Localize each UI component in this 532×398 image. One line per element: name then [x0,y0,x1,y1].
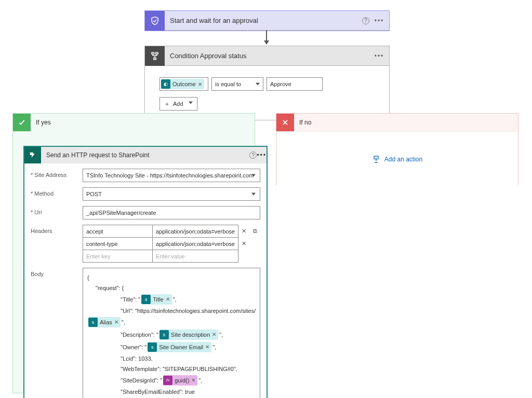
svg-rect-2 [154,58,156,59]
remove-header-icon[interactable]: ✕ [238,238,250,250]
approval-icon [145,11,165,31]
condition-expression-row: ◐ Outcome ✕ is equal to Approve [159,77,375,91]
outcome-token[interactable]: ◐ Outcome ✕ [161,79,204,89]
header-row: accept application/json;odata=verbose ✕ … [83,225,260,238]
label-site-address: Site Address [31,169,83,182]
dynamic-content-icon: s [88,318,98,327]
condition-step[interactable]: Condition Approval status ◐ Outcome ✕ is… [144,46,390,120]
remove-token-icon[interactable]: ✕ [191,375,195,386]
dynamic-content-icon: s [159,330,169,339]
add-condition-button[interactable]: ＋ Add [159,97,197,111]
more-icon[interactable] [373,14,386,28]
svg-rect-1 [156,52,158,54]
help-icon[interactable]: ? [249,152,257,159]
if-no-branch: If no Add an action [276,113,518,186]
branch-label: If yes [31,119,51,126]
help-icon[interactable]: ? [359,14,373,28]
remove-token-icon[interactable]: ✕ [212,330,216,340]
label-uri: Uri [31,206,83,219]
header-row-empty: Enter key Enter value [83,250,260,263]
label-method: Method [31,187,83,201]
remove-token-icon[interactable]: ✕ [114,317,118,327]
plus-icon: ＋ [164,100,170,108]
condition-left-operand[interactable]: ◐ Outcome ✕ [159,77,208,91]
header-value-input[interactable]: application/json;odata=verbose [153,225,238,238]
header-key-input[interactable]: content-type [83,238,153,250]
remove-token-icon[interactable]: ✕ [198,81,202,87]
approval-step[interactable]: Start and wait for an approval ? [144,10,390,31]
toggle-header-icon[interactable]: ⧉ [250,225,260,238]
condition-right-operand[interactable]: Approve [267,77,323,91]
http-title: Send an HTTP request to SharePoint [41,152,249,159]
uri-input[interactable]: _api/SPSiteManager/create [83,206,260,219]
approval-title: Start and wait for an approval [165,17,359,24]
condition-title: Condition Approval status [165,52,373,60]
add-action-icon [372,155,380,163]
chevron-down-icon [256,83,260,86]
remove-token-icon[interactable]: ✕ [205,342,209,352]
remove-header-icon[interactable]: ✕ [238,225,250,238]
chevron-down-icon [251,193,256,196]
header-key-input[interactable]: Enter key [83,250,153,263]
branch-label: If no [294,119,311,126]
chevron-down-icon [251,174,256,177]
site-owner-token[interactable]: sSite Owner Email✕ [148,342,211,352]
site-description-token[interactable]: sSite description✕ [159,330,218,340]
chevron-down-icon [189,101,193,104]
sharepoint-icon [24,147,41,163]
label-headers: Headers [31,225,83,263]
header-key-input[interactable]: accept [83,225,153,238]
method-select[interactable]: POST [83,187,260,201]
dynamic-content-icon: s [148,342,157,352]
body-input[interactable]: { "request": { "Title": " sTitle✕ ", "Ur… [83,268,260,398]
headers-table: accept application/json;odata=verbose ✕ … [83,225,260,263]
header-value-input[interactable]: application/json;odata=verbose [153,238,238,250]
condition-icon [145,46,165,66]
alias-token[interactable]: sAlias✕ [88,317,121,327]
http-request-step[interactable]: Send an HTTP request to SharePoint ? Sit… [23,146,268,398]
flow-arrow-icon [266,30,267,45]
more-icon[interactable] [373,49,386,63]
add-action-button[interactable]: Add an action [276,131,518,186]
svg-rect-3 [374,156,378,159]
expression-icon: fx [163,376,172,385]
site-address-select[interactable]: TSInfo Technology Site - https://tsinfot… [83,169,260,182]
dynamic-content-icon: s [141,295,151,304]
header-row: content-type application/json;odata=verb… [83,238,260,250]
condition-operator-select[interactable]: is equal to [211,77,263,91]
more-icon[interactable] [257,152,267,159]
header-value-input[interactable]: Enter value [153,250,238,263]
label-body: Body [31,268,83,398]
x-icon [276,114,294,131]
dynamic-content-icon: ◐ [161,79,170,89]
guid-expression-token[interactable]: fxguid()✕ [163,375,197,386]
if-yes-branch: If yes Send an HTTP request to SharePoin… [12,113,255,393]
check-icon [13,114,31,131]
title-token[interactable]: sTitle✕ [141,294,171,305]
svg-rect-0 [152,52,154,54]
remove-token-icon[interactable]: ✕ [166,294,170,305]
